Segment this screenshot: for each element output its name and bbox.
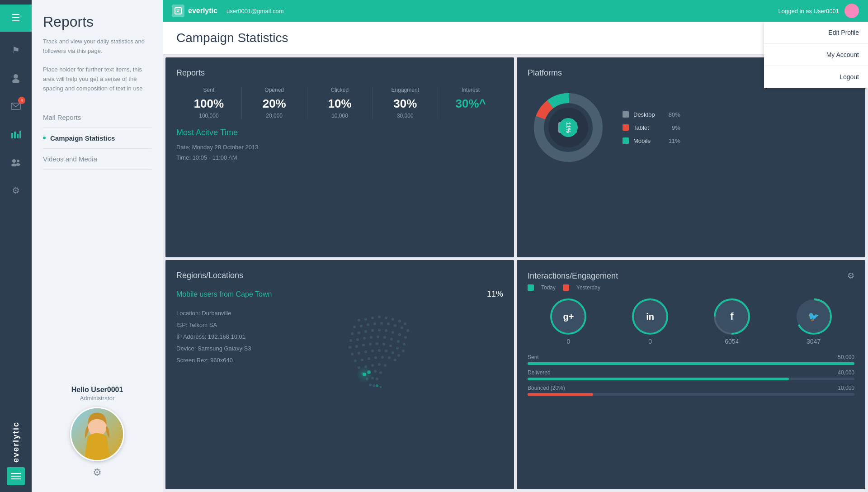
main-content: everlytic user0001@gmail.com Logged in a… — [163, 0, 868, 492]
platform-legend: Desktop 80% Tablet 9% Mobile 11% — [623, 111, 680, 144]
dropdown-my-account[interactable]: My Account — [764, 44, 868, 66]
legend-mobile: Mobile 11% — [623, 137, 680, 144]
stat-engagement-label: Engagment — [377, 87, 433, 93]
svg-point-44 — [371, 329, 374, 332]
most-active-time: Time: 10:05 - 11:00 AM — [176, 152, 503, 163]
legend-tablet-dot — [623, 124, 629, 131]
progress-bounced-bg — [528, 393, 854, 396]
svg-point-90 — [374, 370, 377, 373]
stat-engagement-sub: 30,000 — [377, 113, 433, 119]
progress-section: Sent 50,000 Delivered 40,000 — [528, 354, 854, 396]
svg-point-87 — [384, 364, 387, 367]
svg-point-55 — [383, 336, 386, 339]
sidebar-item-campaign-statistics[interactable]: Campaign Statistics — [43, 128, 151, 149]
svg-point-74 — [392, 351, 394, 354]
stat-engagement: Engagment 30% 30,000 — [373, 87, 438, 119]
svg-point-85 — [371, 364, 374, 367]
svg-point-91 — [379, 371, 382, 374]
most-active-info: Date: Monday 28 October 2013 Time: 10:05… — [176, 142, 503, 163]
progress-bounced: Bounced (20%) 10,000 — [528, 385, 854, 396]
donut-pct: 11% — [559, 118, 578, 137]
svg-point-98 — [363, 373, 366, 376]
svg-point-0 — [14, 74, 18, 79]
svg-point-94 — [376, 378, 378, 380]
social-icons-row: g+ 0 in 0 — [528, 298, 854, 345]
stat-sent-label: Sent — [181, 87, 237, 93]
sidebar-item-videos-media[interactable]: Videos and Media — [43, 149, 151, 170]
most-active-date: Date: Monday 28 October 2013 — [176, 142, 503, 152]
progress-sent: Sent 50,000 — [528, 354, 854, 365]
mail-nav-btn[interactable]: 4 — [5, 95, 27, 118]
svg-point-95 — [369, 383, 372, 386]
social-linkedin-value: 0 — [648, 338, 652, 345]
svg-point-80 — [381, 356, 384, 359]
sidebar-description: Track and view your daily statistics and… — [43, 37, 151, 94]
region-ip: IP Address: 192.168.10.01 — [176, 331, 251, 343]
group-nav-btn[interactable] — [5, 151, 27, 174]
progress-delivered: Delivered 40,000 — [528, 369, 854, 380]
stat-interest: Interest 30%^ — [438, 87, 503, 119]
legend-yesterday-dot — [563, 284, 569, 291]
interactions-header: Interactions/Engagement ⚙ — [528, 271, 854, 281]
svg-point-33 — [360, 325, 363, 327]
svg-point-29 — [392, 318, 394, 321]
regions-content: Location: Durbanville ISP: Telkom SA IP … — [176, 302, 503, 393]
alert-nav-btn[interactable]: ⚑ — [5, 39, 27, 62]
svg-point-56 — [390, 338, 393, 341]
progress-sent-value: 50,000 — [838, 354, 854, 360]
user-nav-btn[interactable] — [5, 67, 27, 90]
svg-point-64 — [382, 343, 385, 345]
most-active-title: Most Acitve Time — [176, 128, 503, 137]
dropdown-logout[interactable]: Logout — [764, 66, 868, 88]
svg-point-67 — [402, 350, 405, 352]
svg-point-28 — [385, 317, 387, 319]
social-twitter: 🐦 3047 — [795, 298, 832, 345]
legend-mobile-pct: 11% — [660, 137, 680, 144]
hamburger-menu-btn[interactable] — [7, 467, 25, 485]
svg-point-49 — [404, 336, 407, 339]
settings-nav-btn[interactable]: ⚙ — [5, 179, 27, 202]
regions-pct: 11% — [487, 289, 503, 299]
regions-subtitle: Mobile users from Cape Town — [176, 290, 272, 298]
topbar-avatar[interactable] — [844, 4, 859, 18]
legend-tablet-pct: 9% — [663, 124, 680, 131]
svg-point-81 — [388, 356, 391, 359]
facebook-icon: f — [730, 311, 733, 322]
chart-nav-btn[interactable] — [5, 123, 27, 146]
svg-point-48 — [398, 333, 401, 336]
svg-point-77 — [361, 359, 363, 361]
legend-mobile-label: Mobile — [633, 137, 651, 144]
legend-desktop-label: Desktop — [633, 111, 655, 118]
svg-point-66 — [396, 347, 399, 350]
svg-point-70 — [364, 350, 367, 353]
topbar-email: user0001@gmail.com — [226, 8, 284, 14]
svg-point-61 — [362, 344, 365, 346]
region-device: Device: Samsung Galaxy S3 — [176, 343, 251, 355]
svg-point-75 — [397, 354, 400, 357]
svg-point-101 — [380, 386, 382, 388]
interactions-gear-icon[interactable]: ⚙ — [847, 271, 854, 281]
social-circle-gplus: g+ — [550, 298, 587, 335]
svg-point-60 — [355, 345, 358, 348]
svg-point-7 — [12, 159, 16, 163]
topbar-logged-in: Logged in as User0001 — [778, 8, 839, 14]
topbar-app-name: everlytic — [188, 7, 217, 15]
user-settings-gear[interactable]: ⚙ — [93, 467, 102, 478]
svg-point-76 — [354, 360, 357, 362]
svg-point-99 — [367, 370, 371, 374]
stat-interest-label: Interest — [443, 87, 499, 93]
svg-point-9 — [17, 160, 19, 162]
social-linkedin: in 0 — [632, 298, 669, 345]
svg-point-27 — [378, 316, 381, 318]
sidebar-item-mail-reports[interactable]: Mail Reports — [43, 107, 151, 128]
reports-card-title: Reports — [176, 68, 503, 78]
sidebar-title: Reports — [43, 14, 151, 30]
svg-point-43 — [364, 330, 367, 333]
icon-bar: ☰ ⚑ 4 ⚙ everlytic — [0, 0, 32, 492]
progress-bounced-labels: Bounced (20%) 10,000 — [528, 385, 854, 391]
legend-today-dot — [528, 284, 534, 291]
dropdown-edit-profile[interactable]: Edit Profile — [764, 22, 868, 44]
social-gplus-value: 0 — [566, 338, 570, 345]
legend-tablet-label: Tablet — [633, 124, 649, 131]
stat-clicked-value: 10% — [312, 97, 368, 111]
